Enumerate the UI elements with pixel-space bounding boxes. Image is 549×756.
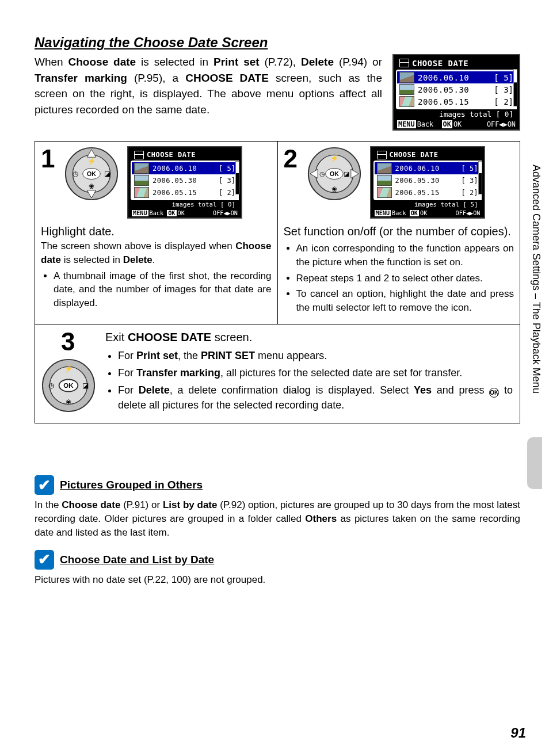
- lcd-footer: MENUBack OKOK OFF◀▶ON: [396, 119, 517, 128]
- svg-text:❀: ❀: [89, 183, 94, 190]
- note-check-icon: ✔: [35, 475, 54, 495]
- step-1: 1 OK ⚡ ❀ ◷ ◪: [35, 142, 278, 324]
- lcd-screenshot-step2: CHOOSE DATE 2006.06.10[ 5] 2006.05.30[ 3…: [370, 146, 485, 219]
- svg-text:◪: ◪: [104, 170, 110, 177]
- svg-text:OK: OK: [63, 382, 74, 389]
- multi-selector-updown-icon: OK ⚡ ❀ ◷ ◪: [64, 146, 119, 201]
- step-number: 3: [61, 329, 76, 354]
- side-tab-thumb: [527, 437, 542, 489]
- page-number: 91: [510, 725, 526, 741]
- step-body: The screen shown above is displayed when…: [41, 239, 272, 310]
- lcd-row: 2006.06.10[ 5]: [397, 71, 516, 83]
- multi-selector-leftright-icon: OK ⚡ ❀ ◷ ◪: [307, 146, 362, 201]
- lcd-screenshot-main: CHOOSE DATE 2006.06.10[ 5] 2006.05.30[ 3…: [392, 54, 520, 131]
- note-heading: ✔ Choose Date and List by Date: [35, 550, 520, 570]
- svg-text:◪: ◪: [344, 170, 349, 177]
- svg-text:OK: OK: [87, 170, 96, 177]
- page-title: Navigating the Choose Date Screen: [35, 35, 520, 51]
- step-body: An icon corresponding to the function ap…: [284, 242, 514, 315]
- lcd-title: CHOOSE DATE: [396, 58, 517, 70]
- lcd-row: 2006.05.30[ 3]: [397, 83, 516, 96]
- svg-text:❀: ❀: [331, 186, 337, 193]
- lcd-total: images total [ 0]: [396, 109, 517, 119]
- step-lead: Highlight date.: [41, 223, 272, 239]
- multi-selector-ok-icon: OK ⚡ ❀ ◷ ◪: [41, 358, 96, 413]
- ok-button-icon: OK: [489, 388, 499, 398]
- section-side-tab: Advanced Camera Settings – The Playback …: [527, 161, 542, 483]
- step-2: 2 OK ⚡ ❀ ◷ ◪: [278, 142, 520, 324]
- step-number: 1: [41, 146, 56, 171]
- svg-text:OK: OK: [330, 170, 339, 177]
- note-heading: ✔ Pictures Grouped in Others: [35, 475, 520, 495]
- svg-text:◪: ◪: [82, 382, 89, 389]
- note-text: Pictures with no date set (P.22, 100) ar…: [35, 573, 520, 587]
- step-lead: Set function on/off (or the number of co…: [284, 223, 514, 239]
- note-text: In the Choose date (P.91) or List by dat…: [35, 498, 520, 539]
- svg-text:⚡: ⚡: [64, 365, 73, 373]
- lcd-screenshot-step1: CHOOSE DATE 2006.06.10[ 5] 2006.05.30[ 3…: [127, 146, 242, 219]
- note-check-icon: ✔: [35, 550, 54, 570]
- svg-text:⚡: ⚡: [87, 157, 96, 165]
- step-number: 2: [284, 146, 299, 171]
- svg-text:◷: ◷: [73, 170, 78, 177]
- intro-paragraph: When Choose date is selected in Print se…: [35, 54, 382, 131]
- lcd-row: 2006.05.15[ 2]: [397, 96, 516, 108]
- svg-text:◷: ◷: [48, 382, 54, 389]
- step-3: 3 OK ⚡ ❀ ◷ ◪ Exit CHOOSE DATE screen. Fo…: [35, 324, 520, 423]
- svg-text:❀: ❀: [66, 399, 71, 406]
- svg-text:◷: ◷: [319, 170, 325, 177]
- step-body: Exit CHOOSE DATE screen. For Print set, …: [105, 329, 513, 415]
- steps-container: 1 OK ⚡ ❀ ◷ ◪: [35, 141, 520, 423]
- svg-text:⚡: ⚡: [330, 154, 339, 162]
